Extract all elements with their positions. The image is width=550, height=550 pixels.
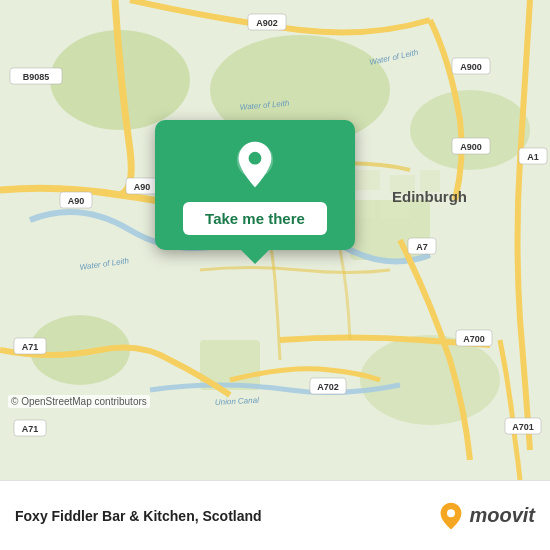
take-me-there-button[interactable]: Take me there (183, 202, 327, 235)
svg-point-45 (249, 152, 262, 165)
svg-text:Edinburgh: Edinburgh (392, 188, 467, 205)
map-container: B9085 A902 A900 A900 A90 A90 A1 A7 A700 … (0, 0, 550, 480)
svg-text:A90: A90 (68, 196, 85, 206)
svg-text:A702: A702 (317, 382, 339, 392)
location-name: Foxy Fiddler Bar & Kitchen, Scotland (15, 508, 262, 524)
svg-text:A71: A71 (22, 424, 39, 434)
svg-text:A7: A7 (416, 242, 428, 252)
moovit-pin-icon (437, 502, 465, 530)
svg-point-6 (360, 335, 500, 425)
svg-point-46 (447, 509, 455, 517)
moovit-logo[interactable]: moovit (437, 502, 535, 530)
svg-text:B9085: B9085 (23, 72, 50, 82)
svg-text:A90: A90 (134, 182, 151, 192)
location-pin-icon (230, 140, 280, 190)
svg-text:A1: A1 (527, 152, 539, 162)
svg-text:A71: A71 (22, 342, 39, 352)
svg-text:A700: A700 (463, 334, 485, 344)
take-me-there-popup[interactable]: Take me there (155, 120, 355, 250)
svg-point-3 (410, 90, 530, 170)
svg-text:A900: A900 (460, 62, 482, 72)
svg-text:A900: A900 (460, 142, 482, 152)
location-info: Foxy Fiddler Bar & Kitchen, Scotland (15, 508, 262, 524)
bottom-bar: Foxy Fiddler Bar & Kitchen, Scotland moo… (0, 480, 550, 550)
map-attribution: © OpenStreetMap contributors (8, 395, 150, 408)
svg-text:A902: A902 (256, 18, 278, 28)
moovit-text: moovit (469, 504, 535, 527)
svg-text:A701: A701 (512, 422, 534, 432)
